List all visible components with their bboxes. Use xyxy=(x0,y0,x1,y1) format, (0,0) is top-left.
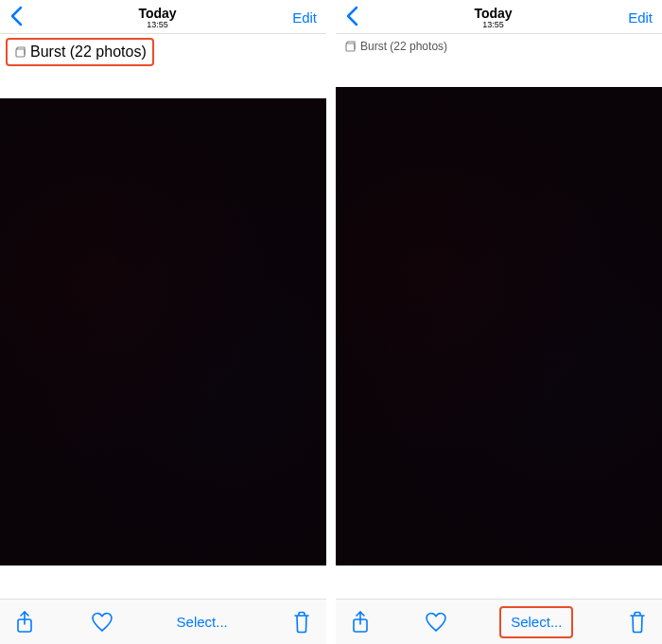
page-time: 13:55 xyxy=(358,20,628,29)
burst-stack-icon xyxy=(343,40,357,53)
back-chevron-icon[interactable] xyxy=(345,6,358,30)
burst-label: Burst (22 photos) xyxy=(30,44,147,61)
trash-icon[interactable] xyxy=(290,611,313,634)
page-title: Today xyxy=(23,6,292,21)
back-chevron-icon[interactable] xyxy=(9,6,23,30)
bottom-toolbar: Select... xyxy=(0,599,326,644)
edit-button[interactable]: Edit xyxy=(292,9,317,26)
header: Today 13:55 Edit xyxy=(0,0,326,34)
burst-row: Burst (22 photos) xyxy=(336,34,662,59)
bottom-toolbar: Select... xyxy=(336,599,662,644)
select-button[interactable]: Select... xyxy=(511,614,562,630)
burst-row-wrapper: Burst (22 photos) xyxy=(0,34,326,70)
page-time: 13:55 xyxy=(23,20,292,29)
trash-icon[interactable] xyxy=(626,611,649,634)
edit-button[interactable]: Edit xyxy=(628,9,653,26)
page-title: Today xyxy=(358,6,628,21)
select-highlight: Select... xyxy=(499,606,573,638)
burst-label: Burst (22 photos) xyxy=(360,40,447,53)
svg-rect-2 xyxy=(346,44,355,51)
phone-screen-left: Today 13:55 Edit Burst (22 photos) xyxy=(0,0,326,644)
heart-icon[interactable] xyxy=(91,611,113,634)
header: Today 13:55 Edit xyxy=(336,0,662,34)
burst-stack-icon xyxy=(13,45,26,59)
burst-highlight: Burst (22 photos) xyxy=(6,38,154,66)
share-icon[interactable] xyxy=(13,611,36,634)
heart-icon[interactable] xyxy=(425,611,447,634)
phone-screen-right: Today 13:55 Edit Burst (22 photos) xyxy=(336,0,662,644)
select-button[interactable]: Select... xyxy=(169,610,235,634)
photo-viewer[interactable] xyxy=(0,98,326,566)
photo-viewer[interactable] xyxy=(336,87,662,566)
svg-rect-0 xyxy=(16,49,25,57)
header-center: Today 13:55 xyxy=(23,6,292,29)
share-icon[interactable] xyxy=(349,611,372,634)
header-center: Today 13:55 xyxy=(358,6,628,29)
